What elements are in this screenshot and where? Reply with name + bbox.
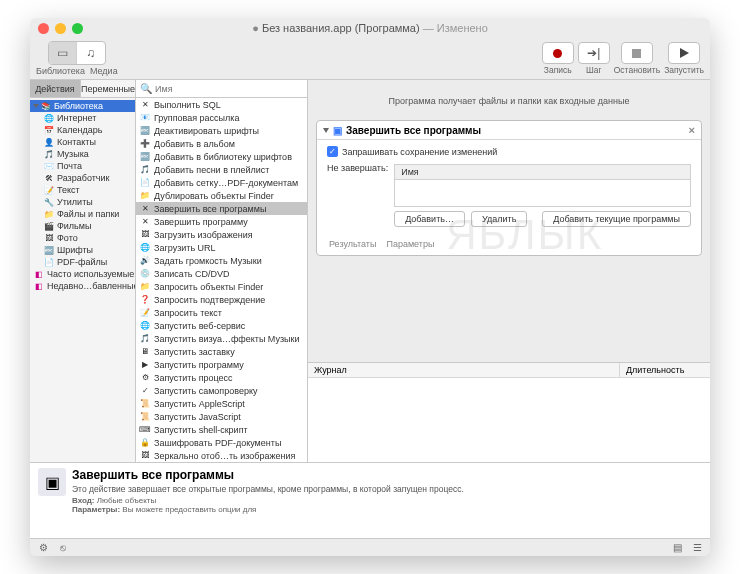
library-item[interactable]: 🛠Разработчик [30, 172, 135, 184]
action-item[interactable]: ✓Запустить самопроверку [136, 384, 307, 397]
library-item[interactable]: 📄PDF-файлы [30, 256, 135, 268]
library-button[interactable]: ▭ [49, 42, 77, 64]
action-item[interactable]: ✕Завершить программу [136, 215, 307, 228]
record-button[interactable] [542, 42, 574, 64]
library-list[interactable]: 📚Библиотека🌐Интернет📅Календарь👤Контакты🎵… [30, 98, 135, 462]
library-item[interactable]: 🎵Музыка [30, 148, 135, 160]
log-body[interactable] [308, 378, 710, 462]
library-sidebar: Действия Переменные 📚Библиотека🌐Интернет… [30, 80, 136, 462]
action-item[interactable]: 💿Записать CD/DVD [136, 267, 307, 280]
info-icon: ▣ [38, 468, 66, 496]
ask-save-checkbox[interactable]: ✓ [327, 146, 338, 157]
record-icon [553, 49, 562, 58]
action-item[interactable]: 🎵Запустить визуа…ффекты Музыки [136, 332, 307, 345]
action-item[interactable]: 🎵Добавить песни в плейлист [136, 163, 307, 176]
content-area: Действия Переменные 📚Библиотека🌐Интернет… [30, 80, 710, 462]
action-item[interactable]: 🔤Деактивировать шрифты [136, 124, 307, 137]
log-col-journal: Журнал [308, 363, 620, 377]
info-panel: ▣ Завершить все программы Это действие з… [30, 462, 710, 538]
action-item[interactable]: 🖥Запустить заставку [136, 345, 307, 358]
minimize-button[interactable] [55, 23, 66, 34]
variables-tab[interactable]: Переменные [81, 80, 135, 97]
action-item[interactable]: 📜Запустить JavaScript [136, 410, 307, 423]
zoom-button[interactable] [72, 23, 83, 34]
action-item[interactable]: ✕Завершить все программы [136, 202, 307, 215]
step-button[interactable]: ➔| [578, 42, 610, 64]
action-item[interactable]: 🔊Задать громкость Музыки [136, 254, 307, 267]
action-list[interactable]: ✕Выполнить SQL📧Групповая рассылка🔤Деакти… [136, 98, 307, 462]
action-item[interactable]: 📁Запросить объекты Finder [136, 280, 307, 293]
search-input[interactable] [155, 84, 303, 94]
library-item[interactable]: 🔧Утилиты [30, 196, 135, 208]
add-app-button[interactable]: Добавить… [394, 211, 465, 227]
action-box-header[interactable]: ▣ Завершить все программы × [317, 121, 701, 140]
add-current-apps-button[interactable]: Добавить текущие программы [542, 211, 691, 227]
disclosure-icon[interactable] [323, 128, 329, 133]
close-button[interactable] [38, 23, 49, 34]
library-item[interactable]: 📅Календарь [30, 124, 135, 136]
library-item[interactable]: 🖼Фото [30, 232, 135, 244]
action-item[interactable]: 📜Запустить AppleScript [136, 397, 307, 410]
action-box-body: ✓ Запрашивать сохранение изменений Не за… [317, 140, 701, 255]
log-panel: Журнал Длительность [308, 362, 710, 462]
library-recent[interactable]: ◧Недавно…бавленные [30, 280, 135, 292]
action-item[interactable]: 🖼Зеркально отоб…ть изображения [136, 449, 307, 462]
library-root[interactable]: 📚Библиотека [30, 100, 135, 112]
action-item[interactable]: ⌨Запустить shell-скрипт [136, 423, 307, 436]
action-item[interactable]: ❓Запросить подтверждение [136, 293, 307, 306]
traffic-lights [38, 23, 83, 34]
titlebar: ● Без названия.app (Программа) — Изменен… [30, 18, 710, 38]
info-title: Завершить все программы [72, 468, 702, 482]
exclude-table-header: Имя [394, 164, 691, 179]
action-item[interactable]: ⚙Запустить процесс [136, 371, 307, 384]
action-item[interactable]: ✕Выполнить SQL [136, 98, 307, 111]
dont-quit-label: Не завершать: [327, 161, 388, 173]
action-item[interactable]: 📧Групповая рассылка [136, 111, 307, 124]
stop-icon [632, 49, 641, 58]
share-icon[interactable]: ⎋ [56, 542, 70, 553]
automator-window: ● Без названия.app (Программа) — Изменен… [30, 18, 710, 556]
search-field[interactable]: 🔍 [136, 80, 307, 98]
action-item[interactable]: ▶Запустить программу [136, 358, 307, 371]
action-item[interactable]: 🌐Загрузить URL [136, 241, 307, 254]
library-recent[interactable]: ◧Часто используемые [30, 268, 135, 280]
remove-app-button[interactable]: Удалить [471, 211, 527, 227]
ask-save-label: Запрашивать сохранение изменений [342, 147, 497, 157]
action-item[interactable]: 📁Дублировать объекты Finder [136, 189, 307, 202]
sidebar-icon: ▭ [57, 46, 68, 60]
action-item[interactable]: 🌐Запустить веб-сервис [136, 319, 307, 332]
flow-view-icon[interactable]: ☰ [690, 542, 704, 553]
library-item[interactable]: 🌐Интернет [30, 112, 135, 124]
workflow-panel: Программа получает файлы и папки как вхо… [308, 80, 710, 462]
run-button[interactable] [668, 42, 700, 64]
action-item[interactable]: 📄Добавить сетку…PDF-документам [136, 176, 307, 189]
workflow-canvas[interactable]: Программа получает файлы и папки как вхо… [308, 80, 710, 362]
action-item[interactable]: 🔤Добавить в библиотеку шрифтов [136, 150, 307, 163]
action-item[interactable]: 🖼Загрузить изображения [136, 228, 307, 241]
action-item[interactable]: ➕Добавить в альбом [136, 137, 307, 150]
action-box-quit-all[interactable]: ▣ Завершить все программы × ✓ Запрашиват… [316, 120, 702, 256]
params-subtab[interactable]: Параметры [386, 239, 434, 249]
library-item[interactable]: 📁Файлы и папки [30, 208, 135, 220]
library-item[interactable]: 👤Контакты [30, 136, 135, 148]
library-item[interactable]: 🎬Фильмы [30, 220, 135, 232]
stop-button[interactable] [621, 42, 653, 64]
info-desc: Это действие завершает все открытые прог… [72, 484, 702, 494]
exclude-table[interactable] [394, 179, 691, 207]
action-item[interactable]: 🔒Зашифровать PDF-документы [136, 436, 307, 449]
action-item[interactable]: 📝Запросить текст [136, 306, 307, 319]
dirty-indicator-icon: ● [252, 22, 259, 34]
library-item[interactable]: ✉️Почта [30, 160, 135, 172]
window-title: ● Без названия.app (Программа) — Изменен… [30, 22, 710, 34]
log-view-icon[interactable]: ▤ [670, 542, 684, 553]
library-item[interactable]: 🔤Шрифты [30, 244, 135, 256]
toolbar: ▭ ♫ Библиотека Медиа Запись ➔|Шаг Остано… [30, 38, 710, 80]
results-subtab[interactable]: Результаты [329, 239, 376, 249]
library-item[interactable]: 📝Текст [30, 184, 135, 196]
gear-icon[interactable]: ⚙ [36, 542, 50, 553]
media-button[interactable]: ♫ [77, 42, 105, 64]
input-hint: Программа получает файлы и папки как вхо… [316, 96, 702, 106]
actions-tab[interactable]: Действия [30, 80, 81, 97]
remove-action-button[interactable]: × [689, 124, 695, 136]
app-icon: ▣ [333, 125, 342, 136]
